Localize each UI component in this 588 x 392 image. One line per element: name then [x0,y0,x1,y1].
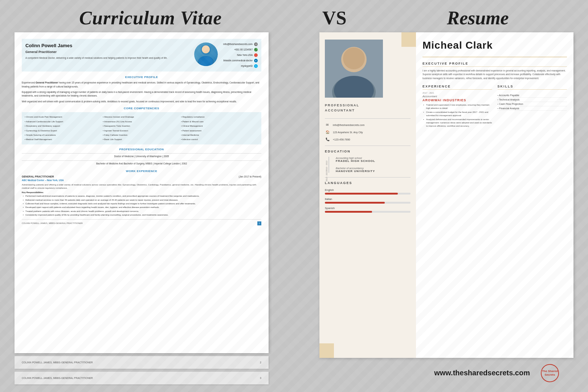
work-bullet-6: Consistently improved patient quality of… [22,213,261,216]
vs-section [279,32,309,384]
resume-job-title: PROFESSIONAL ACCOUNTANT [325,103,411,113]
comp-15: Internal Medicine [181,133,258,137]
linkedin-icon: in [254,59,258,62]
accent-bottom [319,343,334,358]
cv-linkedin: linkedin.com/medical-doctor in [223,59,258,62]
comp-13: Simple Suturing of Lacerations [25,133,102,137]
divider-2 [325,146,411,146]
cv-page3-num: 3 [260,377,261,379]
svg-point-7 [343,48,365,69]
comp-3: Regulatory compliance [181,115,258,119]
lang-section-title: LANGUAGES [325,181,411,185]
cv-footer-1: COLINN POWELL JAMES, MBBS-GENERAL PRACTI… [22,219,261,225]
logo-line2: Secrets [542,373,558,377]
lang-spanish-bar-bg [325,211,411,213]
comp-7: Respiratory and Ventilatory support [25,124,102,128]
edu-title: PROFESSIONAL EDUCATION [22,147,261,151]
main-content: Colinn Powell James General Practitioner… [0,32,588,384]
resume-right-header: Micheal Clark [422,40,567,57]
skill-3: Cash Flow Projection [498,102,567,106]
comp-16: Medical Staff Management [25,138,102,141]
resume-address: 🏠 123 Anywhere St. Any City [325,130,411,135]
exec-profile-text1: Experienced General Practitioner having … [22,81,261,89]
accent-top [401,32,416,47]
resume-right-col: Micheal Clark EXECUTIVE PROFILE I am a h… [416,32,573,358]
lang-english-bar [325,193,398,195]
logo-line1: The Shared [542,369,558,373]
competencies-grid: Chronic and Acute Pain Management Absces… [22,112,261,144]
edu-school-1: FRADEL HIGH SCHOOL [336,159,411,163]
exec-profile-box: EXECUTIVE PROFILE I am a highly talented… [422,62,567,80]
comp-2: Abscess Incision and Drainage [103,115,180,119]
location-icon: 📍 [254,53,258,57]
exp-bullet-2: Create a consolidated budget for the fis… [422,111,492,117]
edu-timeline: 2010 - 2013 Accounting high school FRADE… [325,157,411,173]
phone-icon: 📞 [254,48,258,52]
comp-1: Chronic and Acute Pain Management [25,115,102,119]
skill-4: Financial Analysis [498,106,567,111]
cv-page2-num: 2 [260,361,261,364]
comp-4: Advanced Cardiovascular Life Support [25,120,102,123]
divider-1 [325,118,411,119]
exec-profile-text-right: I am a highly talented accounting profes… [422,69,567,80]
work-company: ABC Medical Center – New York, USA [22,179,64,182]
lang-english-label: English [325,188,411,192]
comp-10: Gynecology & Obstetrics Expert [25,129,102,132]
edu-school-2: HANOVER UNIVERSITY [336,170,411,173]
edu-1: Doctor of Medicine | University of Washi… [22,153,261,159]
cv-location: New York-USA 📍 [223,53,258,57]
lang-italian-bar-bg [325,202,411,204]
cv-page-2: COLINN POWELL JAMES, MBBS-GENERAL PRACTI… [15,356,269,369]
phone-icon-resume: 📞 [325,137,330,142]
comp-17: Basic Life Support [103,138,180,141]
edu-item-2: 2013 - 2017 Bachelor of accountancy HANO… [336,167,411,173]
comp-18: Infection control [181,138,258,141]
comp-11: Ingrown Toenail Excision [103,129,180,132]
svg-point-2 [202,45,210,53]
resume-left-col: PROFESSIONAL ACCOUNTANT ✉ info@theshared… [319,32,416,358]
skills-col: SKILLS Accounts Payable Technical Analys… [498,85,567,131]
cv-phone: +001 00 1234567 📞 [223,48,258,52]
cv-page3-text: COLINN POWELL JAMES, MBBS-GENERAL PRACTI… [22,377,93,379]
exp-bullet-3: Analyzed deficiencies and recommended im… [422,118,492,128]
work-bullet-2: Delivered medical services to more than … [22,199,261,201]
cv-name: Colinn Powell James [25,42,189,49]
lang-english: English [325,188,411,195]
comp-9: Clinical Management [181,124,258,128]
cv-job-title: General Practitioner [25,50,189,54]
work-bullet-3: Collected fluid and tissue samples, orde… [22,202,261,205]
address-icon-resume: 🏠 [325,130,330,135]
edu-item-1: 2010 - 2013 Accounting high school FRADE… [336,157,411,163]
resume-photo [325,40,383,98]
work-bullet-4: Developed open rapport with patients and… [22,206,261,209]
work-bullet-1: Performed medical/clinical examinations … [22,195,261,197]
cv-footer-text-1: COLINN POWELL JAMES, MBBS-GENERAL PRACTI… [22,222,83,225]
work-title: WORK EXPERIENCE [22,169,261,173]
lang-italian-label: Italian [325,197,411,201]
comp-8: Nasogastric Tube Insertion [103,124,180,128]
lang-spanish-bar [325,211,372,213]
cv-skype: myskypeID S [223,64,258,68]
skill-2: Technical Analysis [498,98,567,102]
website-footer: www.thesharedsecrets.com [429,363,535,383]
cv-description: A competent Medical Doctor, delivering a… [25,56,189,60]
header: Curriculum Vitae VS Resume [0,0,588,32]
cv-photo [194,42,218,66]
comp-14: Foley Catheter Insertion [103,133,180,137]
lang-spanish-label: Spanish [325,207,411,210]
work-header: GENERAL PRACTITIONER ABC Medical Center … [22,175,261,182]
skype-icon: S [254,64,258,68]
cv-title: Curriculum Vitae [79,7,222,29]
edu-degree-1: Accounting high school [336,157,411,159]
exp-title: EXPERIENCE [422,85,492,90]
edu-section-title: EDUCATION [325,150,411,153]
cv-email: info@thesharedsecrets.com ✉ [223,42,258,46]
cv-contact: info@thesharedsecrets.com ✉ +001 00 1234… [223,42,258,68]
resume-name: Micheal Clark [422,40,567,51]
exec-profile-text3: Well organized and self-driven with good… [22,100,261,103]
vs-label: VS [322,7,346,29]
edu-year-2: 2013 - 2017 [326,167,328,181]
exp-year: 2017 - 2021 [422,92,492,94]
cv-header-info: Colinn Powell James General Practitioner… [25,42,189,68]
exec-profile-text2: Equipped with a strong capability of man… [22,90,261,98]
